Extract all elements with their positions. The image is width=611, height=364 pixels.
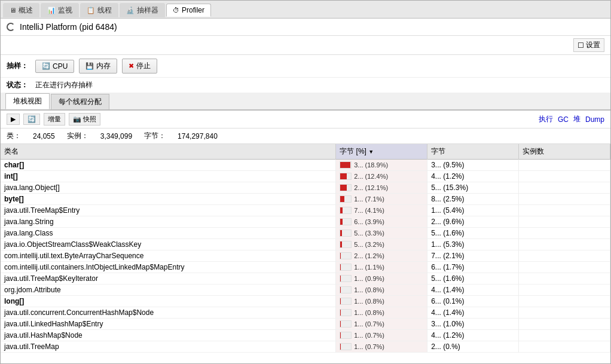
cell-bar: 1... (0.8%) (336, 296, 427, 307)
play-icon: ▶ (11, 115, 16, 123)
cell-bytes: 4... (1.4%) (427, 285, 519, 296)
table-row[interactable]: java.util.HashMap$Node1... (0.7%)4... (1… (1, 330, 610, 341)
bar-text: 1... (7.1%) (354, 195, 396, 203)
bar-text: 1... (0.9%) (354, 275, 396, 282)
cell-bytes: 7... (2.1%) (427, 250, 519, 262)
table-row[interactable]: long[]1... (0.8%)6... (0.1%) (1, 296, 610, 307)
cell-instances (519, 330, 610, 341)
cell-instances (519, 216, 610, 228)
table-row[interactable]: org.jdom.Attribute1... (0.8%)4... (1.4%) (1, 285, 610, 296)
cell-bar: 1... (0.9%) (336, 273, 427, 285)
bar-fill (340, 253, 341, 259)
col-instances[interactable]: 实例数 (519, 144, 610, 160)
bar-fill (340, 276, 341, 282)
tab-perthread[interactable]: 每个线程分配 (51, 94, 109, 109)
col-bytes[interactable]: 字节 (427, 144, 519, 160)
snapshot-button[interactable]: 📷 快照 (69, 113, 100, 126)
stats-row: 类： 24,055 实例： 3,349,099 字节： 174,297,840 (1, 129, 610, 144)
bar-fill (340, 264, 341, 270)
profiler-icon: ⏱ (173, 7, 179, 14)
cell-classname: int[] (1, 171, 336, 182)
cell-bytes: 4... (1.2%) (427, 330, 519, 341)
table-row[interactable]: java.util.concurrent.ConcurrentHashMap$N… (1, 307, 610, 319)
col-bytes-pct[interactable]: 字节 [%] ▼ (336, 144, 427, 160)
tab-sampler[interactable]: 🔬 抽样器 (120, 3, 165, 17)
cpu-button[interactable]: 🔄 CPU (35, 60, 74, 73)
data-table: 类名 字节 [%] ▼ 字节 实例数 char[]3... (18.9%)3..… (1, 144, 610, 353)
table-row[interactable]: java.util.TreeMap$KeyIterator1... (0.9%)… (1, 273, 610, 285)
table-header-row: 类名 字节 [%] ▼ 字节 实例数 (1, 144, 610, 160)
increment-button[interactable]: 增量 (44, 113, 65, 126)
bar-background (340, 343, 352, 350)
data-table-container[interactable]: 类名 字节 [%] ▼ 字节 实例数 char[]3... (18.9%)3..… (1, 144, 610, 363)
execute-link[interactable]: 执行 (539, 114, 553, 124)
table-row[interactable]: com.intellij.util.containers.IntObjectLi… (1, 262, 610, 273)
cell-classname: java.lang.Class (1, 228, 336, 239)
cell-bytes: 1... (5.4%) (427, 205, 519, 216)
table-row[interactable]: byte[]1... (7.1%)8... (2.5%) (1, 194, 610, 205)
cell-classname: char[] (1, 160, 336, 171)
cell-classname: byte[] (1, 194, 336, 205)
bar-fill (340, 230, 342, 236)
replay-button[interactable]: 🔄 (23, 114, 40, 125)
dump-link[interactable]: Dump (585, 115, 604, 124)
gc-link[interactable]: GC (558, 115, 569, 124)
bar-fill (340, 310, 341, 316)
cell-bar: 5... (3.3%) (336, 228, 427, 239)
bar-fill (340, 207, 343, 213)
cell-bytes: 3... (9.5%) (427, 160, 519, 171)
bar-text: 2... (1.2%) (354, 252, 396, 259)
table-row[interactable]: java.util.TreeMap$Entry7... (4.1%)1... (… (1, 205, 610, 216)
cell-classname: long[] (1, 296, 336, 307)
bar-text: 3... (18.9%) (354, 161, 396, 169)
tab-overview[interactable]: 🖥 概述 (3, 3, 39, 17)
table-row[interactable]: java.util.LinkedHashMap$Entry1... (0.7%)… (1, 319, 610, 330)
stop-button[interactable]: ✖ 停止 (122, 59, 157, 74)
table-row[interactable]: java.lang.Object[]2... (12.1%)5... (15.3… (1, 182, 610, 194)
col-classname[interactable]: 类名 (1, 144, 336, 160)
classes-label: 类： (7, 131, 21, 141)
table-row[interactable]: com.intellij.util.text.ByteArrayCharSequ… (1, 250, 610, 262)
bar-background (340, 207, 352, 214)
bar-text: 7... (4.1%) (354, 207, 396, 214)
memory-icon: 💾 (85, 62, 94, 70)
bar-background (340, 309, 352, 316)
cell-classname: java.util.LinkedHashMap$Entry (1, 319, 336, 330)
cell-instances (519, 205, 610, 216)
bar-fill (340, 321, 341, 327)
cell-bytes: 5... (1.6%) (427, 273, 519, 285)
bar-fill (340, 185, 347, 191)
bar-text: 5... (3.3%) (354, 230, 396, 237)
play-button[interactable]: ▶ (7, 114, 20, 125)
cell-bytes: 4... (1.4%) (427, 307, 519, 319)
table-row[interactable]: java.lang.Class5... (3.3%)5... (1.6%) (1, 228, 610, 239)
bar-text: 1... (0.7%) (354, 343, 396, 350)
subtab-bar: 堆栈视图 每个线程分配 (1, 93, 610, 111)
tab-threads[interactable]: 📋 线程 (80, 3, 118, 17)
bar-background (340, 230, 352, 237)
title-bar: IntelliJ Platform (pid 6484) (1, 19, 610, 36)
table-row[interactable]: java.io.ObjectStreamClass$WeakClassKey5.… (1, 239, 610, 250)
bar-text: 1... (0.8%) (354, 298, 396, 305)
cell-bar: 7... (4.1%) (336, 205, 427, 216)
tab-stackview[interactable]: 堆栈视图 (5, 93, 50, 109)
cell-instances (519, 160, 610, 171)
memory-button[interactable]: 💾 内存 (79, 59, 117, 74)
cell-classname: com.intellij.util.containers.IntObjectLi… (1, 262, 336, 273)
checkbox-icon: ☐ (578, 41, 584, 50)
bar-text: 1... (0.8%) (354, 286, 396, 293)
settings-button[interactable]: ☐ 设置 (573, 38, 604, 52)
table-row[interactable]: java.util.TreeMap1... (0.7%)2... (0.%) (1, 341, 610, 353)
cell-bar: 2... (1.2%) (336, 250, 427, 262)
cell-bar: 6... (3.9%) (336, 216, 427, 228)
cell-classname: java.lang.String (1, 216, 336, 228)
cell-bar: 3... (18.9%) (336, 160, 427, 171)
table-row[interactable]: char[]3... (18.9%)3... (9.5%) (1, 160, 610, 171)
table-row[interactable]: java.lang.String6... (3.9%)2... (9.6%) (1, 216, 610, 228)
tab-monitor[interactable]: 📊 监视 (41, 3, 79, 17)
tab-profiler[interactable]: ⏱ Profiler (166, 4, 211, 17)
cell-bar: 5... (3.2%) (336, 239, 427, 250)
bar-background (340, 195, 352, 203)
heap-link[interactable]: 堆 (573, 114, 581, 124)
table-row[interactable]: int[]2... (12.4%)4... (1.2%) (1, 171, 610, 182)
